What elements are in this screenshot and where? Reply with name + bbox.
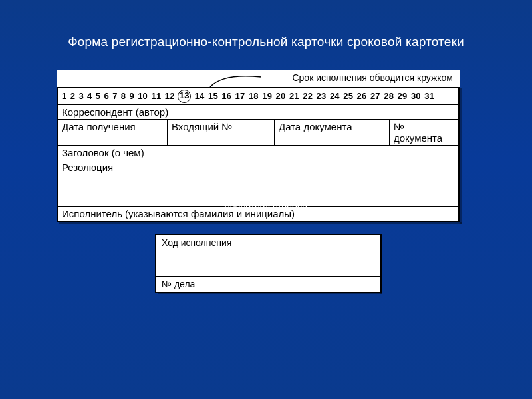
calendar-day: 8 [121,90,126,102]
slide-title: Форма регистрационно-контрольной карточк… [0,35,532,49]
calendar-day: 6 [104,90,108,102]
calendar-day: 25 [343,90,353,102]
calendar-day: 31 [424,90,434,102]
calendar-day: 21 [289,90,299,102]
calendar-day: 5 [96,90,100,102]
back-card: Ход исполнения № дела [155,234,382,293]
calendar-day: 26 [357,90,367,102]
calendar-day: 12 [165,90,175,102]
calendar-day: 19 [262,90,272,102]
calendar-day: 4 [87,90,92,102]
reverse-side-caption: оборотная сторона [0,200,532,210]
row-subject: Заголовок (о чем) [58,146,458,160]
cell-doc-number: № документа [390,120,458,145]
annotation-text: Срок исполнения обводится кружком [292,72,453,83]
calendar-day: 17 [235,90,245,102]
calendar-day: 23 [317,90,327,102]
row-case-number: № дела [156,277,380,292]
calendar-day: 27 [370,90,380,102]
annotation-bar: Срок исполнения обводится кружком [57,70,460,87]
calendar-day: 15 [208,90,218,102]
calendar-day: 3 [78,90,83,102]
calendar-day: 24 [330,90,340,102]
cell-date-received: Дата получения [58,120,168,145]
calendar-day: 16 [221,90,231,102]
calendar-day: 10 [138,90,148,102]
calendar-day-row: 1 2 3 4 5 6 7 8 9 10 11 12 13 14 15 16 1… [58,88,458,105]
calendar-day: 11 [152,90,162,102]
row-correspondent: Корреспондент (автор) [58,105,458,120]
card-shadow [59,222,462,224]
calendar-day: 22 [303,90,313,102]
calendar-day: 14 [195,90,205,102]
calendar-day: 2 [70,90,75,102]
card-shadow [380,237,382,294]
pointer-arc-icon [209,72,263,86]
cell-incoming-number: Входящий № [168,120,275,145]
calendar-day: 29 [398,90,408,102]
progress-label: Ход исполнения [162,237,231,248]
slide: Форма регистрационно-контрольной карточк… [0,0,532,399]
row-progress: Ход исполнения [156,235,380,276]
calendar-day: 28 [384,90,394,102]
calendar-day: 9 [130,90,134,102]
calendar-day: 7 [112,90,117,102]
calendar-day: 18 [249,90,259,102]
card-shadow [158,292,382,294]
calendar-day: 30 [411,90,421,102]
signature-line [162,273,221,273]
row-meta: Дата получения Входящий № Дата документа… [58,120,458,146]
cell-doc-date: Дата документа [275,120,390,145]
calendar-day: 1 [62,90,66,102]
calendar-day-circled: 13 [178,90,191,103]
calendar-day: 20 [276,90,286,102]
